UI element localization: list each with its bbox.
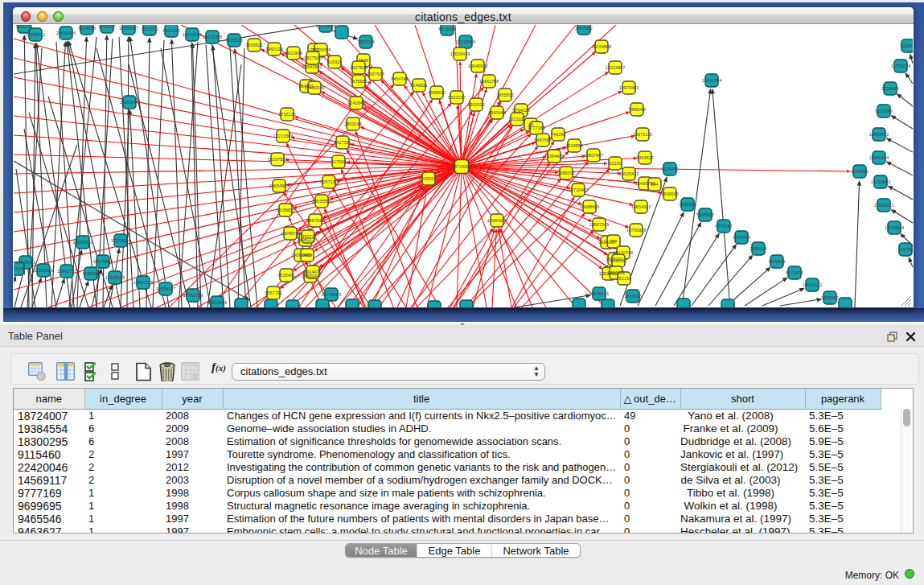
svg-text:20206561: 20206561 (73, 240, 92, 245)
svg-text:9657791: 9657791 (265, 290, 281, 295)
svg-text:617006: 617006 (331, 159, 346, 164)
svg-text:7955812: 7955812 (496, 93, 513, 97)
svg-text:10654112: 10654112 (803, 282, 822, 287)
svg-text:9634508: 9634508 (78, 26, 95, 31)
svg-text:19654923: 19654923 (631, 204, 651, 209)
svg-text:2803144: 2803144 (344, 122, 361, 126)
svg-text:3624554: 3624554 (565, 143, 582, 148)
svg-text:8912954: 8912954 (285, 51, 302, 56)
svg-text:9329966: 9329966 (881, 86, 898, 91)
svg-text:16154808: 16154808 (592, 44, 611, 49)
svg-text:20364436: 20364436 (544, 154, 564, 159)
svg-text:12923446: 12923446 (207, 300, 227, 305)
svg-text:9245652: 9245652 (821, 295, 838, 300)
svg-text:1615132: 1615132 (610, 258, 626, 263)
svg-text:23226058: 23226058 (311, 47, 331, 52)
svg-text:17859924: 17859924 (111, 238, 130, 243)
svg-text:9146821: 9146821 (410, 83, 427, 88)
svg-text:7485063: 7485063 (628, 107, 645, 112)
svg-text:1867832: 1867832 (306, 218, 323, 223)
svg-text:7632621: 7632621 (768, 259, 785, 264)
svg-text:1112853: 1112853 (900, 43, 913, 48)
svg-text:13535594: 13535594 (312, 199, 331, 204)
svg-text:10025433: 10025433 (619, 171, 639, 176)
svg-text:16648784: 16648784 (702, 78, 721, 83)
svg-text:13525419: 13525419 (450, 51, 470, 56)
svg-text:7357224: 7357224 (357, 39, 374, 44)
svg-text:10958107: 10958107 (156, 286, 175, 291)
svg-text:6794028: 6794028 (512, 108, 529, 113)
svg-text:15751074: 15751074 (891, 64, 910, 68)
svg-text:16210643: 16210643 (871, 179, 890, 184)
svg-text:19384554: 19384554 (487, 218, 507, 223)
svg-text:7806171: 7806171 (15, 25, 32, 29)
svg-text:16046738: 16046738 (281, 231, 300, 236)
svg-text:12213967: 12213967 (606, 65, 625, 70)
svg-text:9463627: 9463627 (636, 155, 653, 160)
svg-text:1362615: 1362615 (467, 102, 484, 107)
svg-text:18807249: 18807249 (589, 222, 609, 227)
svg-text:10653267: 10653267 (119, 26, 138, 31)
svg-text:23420046: 23420046 (305, 85, 324, 90)
svg-text:19654985: 19654985 (269, 183, 289, 188)
svg-text:2087682: 2087682 (575, 26, 592, 31)
svg-text:62160: 62160 (609, 161, 621, 166)
svg-text:16120746: 16120746 (614, 250, 633, 255)
svg-text:38222: 38222 (302, 234, 314, 239)
svg-text:6879197: 6879197 (715, 224, 732, 229)
svg-text:3267130: 3267130 (320, 179, 337, 184)
svg-text:16782759: 16782759 (183, 293, 203, 298)
svg-text:9227349: 9227349 (875, 109, 892, 113)
svg-text:16107553: 16107553 (268, 157, 287, 162)
svg-text:6466160: 6466160 (162, 28, 179, 33)
svg-text:16961758: 16961758 (479, 79, 499, 84)
svg-text:16033809: 16033809 (316, 25, 335, 28)
svg-text:746266: 746266 (551, 132, 565, 137)
svg-text:1145194: 1145194 (82, 271, 99, 276)
svg-text:5938923: 5938923 (696, 212, 713, 217)
svg-text:16543362: 16543362 (302, 64, 322, 69)
svg-text:933159: 933159 (14, 266, 25, 271)
svg-text:10671355: 10671355 (203, 35, 222, 39)
svg-text:15692971: 15692971 (874, 203, 893, 208)
svg-text:816328: 816328 (327, 60, 342, 64)
svg-text:8813054: 8813054 (438, 27, 455, 31)
svg-text:1588520: 1588520 (428, 90, 445, 95)
svg-text:12975115: 12975115 (633, 132, 652, 137)
svg-text:8454749: 8454749 (391, 76, 408, 81)
svg-text:17857225: 17857225 (133, 280, 153, 285)
svg-text:25300293: 25300293 (419, 176, 438, 181)
svg-text:15720407: 15720407 (569, 187, 588, 192)
svg-text:14055712: 14055712 (26, 32, 45, 37)
svg-text:5322037: 5322037 (448, 95, 465, 100)
svg-text:14136141: 14136141 (589, 291, 609, 296)
svg-text:11156829: 11156829 (34, 268, 53, 273)
svg-text:3960124: 3960124 (265, 47, 282, 51)
svg-text:116753: 116753 (898, 247, 913, 252)
svg-text:10807487: 10807487 (584, 153, 603, 158)
svg-text:2367608: 2367608 (367, 72, 384, 76)
svg-text:6497568: 6497568 (534, 138, 551, 142)
svg-text:12942757: 12942757 (57, 269, 76, 274)
svg-text:10688609: 10688609 (580, 204, 599, 209)
svg-text:7515526: 7515526 (225, 38, 242, 43)
svg-text:2718126: 2718126 (278, 112, 295, 117)
svg-text:9242848: 9242848 (347, 101, 364, 105)
svg-text:7625402: 7625402 (277, 273, 294, 278)
svg-text:8471676: 8471676 (786, 270, 803, 275)
svg-text:10975857: 10975857 (93, 259, 113, 264)
svg-text:9699695: 9699695 (661, 192, 678, 196)
svg-text:12093872: 12093872 (869, 132, 889, 137)
svg-text:1621022: 1621022 (508, 117, 525, 122)
svg-text:10973493: 10973493 (619, 85, 639, 90)
svg-text:3675685: 3675685 (350, 79, 367, 84)
svg-text:18724007: 18724007 (452, 164, 471, 169)
svg-text:9527508: 9527508 (350, 65, 367, 70)
svg-text:19218506: 19218506 (456, 39, 475, 44)
svg-text:767: 767 (610, 239, 617, 244)
svg-text:3489: 3489 (302, 253, 312, 257)
svg-text:9777169: 9777169 (528, 126, 544, 130)
svg-text:19756928: 19756928 (626, 228, 646, 233)
svg-text:26053346: 26053346 (120, 100, 139, 105)
svg-text:9115460: 9115460 (661, 167, 678, 171)
